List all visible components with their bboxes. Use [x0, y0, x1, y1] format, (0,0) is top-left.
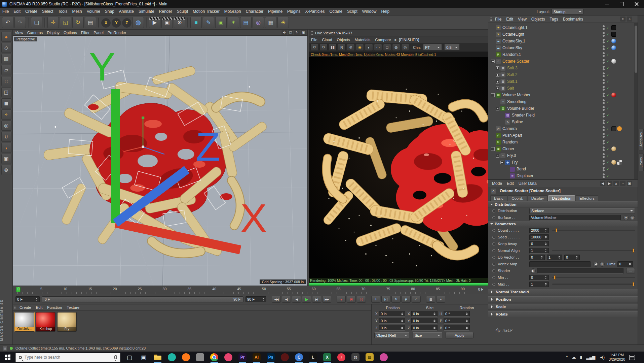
object-manager-icon[interactable]: ○ — [627, 16, 632, 22]
menu-item[interactable]: Plugins — [285, 8, 303, 15]
visibility-dots[interactable] — [602, 160, 605, 165]
taskbar-app-button[interactable]: ▤ — [363, 352, 377, 363]
anim-dot-icon[interactable] — [492, 276, 495, 279]
taskbar-app-button[interactable] — [221, 352, 235, 363]
spinner-icon[interactable] — [401, 311, 404, 316]
taskbar-search[interactable] — [15, 353, 120, 362]
dock-tab[interactable]: Attributes — [639, 129, 644, 150]
menu-item[interactable]: Tools — [55, 8, 70, 15]
object-manager-menu-item[interactable]: View — [516, 15, 529, 23]
viewport-menu-item[interactable]: Panel — [91, 30, 105, 36]
menu-item[interactable]: Create — [23, 8, 40, 15]
toolbar-button[interactable]: ▶ — [149, 17, 160, 28]
render-canvas[interactable] — [309, 57, 488, 278]
material-thumbnail[interactable]: Fry — [57, 312, 77, 332]
distribution-dropdown[interactable]: Surface — [529, 208, 635, 214]
tag-chip[interactable] — [611, 146, 616, 151]
live-viewer-menu-item[interactable]: File — [309, 36, 320, 43]
toolbar-button[interactable]: ✶ — [228, 17, 239, 28]
collapsed-section-header[interactable]: Position — [488, 296, 638, 302]
visibility-dots[interactable] — [602, 173, 605, 178]
timeline-ruler[interactable]: 051015202530354045505560657075808590 0 F — [13, 286, 488, 294]
taskbar-app-button[interactable] — [193, 352, 207, 363]
visibility-dots[interactable] — [602, 59, 605, 64]
live-viewer-tool-button[interactable]: ◉ — [356, 44, 364, 51]
enable-check-icon[interactable] — [606, 113, 610, 117]
toolbar-button[interactable] — [98, 18, 99, 28]
taskbar-app-button[interactable] — [278, 352, 292, 363]
vertex-map-field[interactable] — [529, 261, 591, 267]
collapsed-section-header[interactable]: Scale — [488, 304, 638, 310]
object-row[interactable]: OctaneSky.1 — [488, 38, 638, 44]
frame-range-slider[interactable]: 0 F 90 F — [42, 296, 243, 302]
channel-dropdown[interactable]: PT — [423, 44, 442, 50]
menu-item[interactable]: Animate — [117, 8, 136, 15]
tag-chip[interactable] — [611, 126, 616, 131]
viewport-menu-item[interactable]: View — [13, 30, 25, 36]
spinner-icon[interactable] — [401, 319, 404, 323]
expand-toggle-icon[interactable] — [496, 154, 499, 158]
taskbar-app-button[interactable]: L — [306, 352, 320, 363]
tag-chip[interactable] — [611, 59, 616, 64]
count-field[interactable]: 2000 — [529, 228, 549, 233]
attribute-manager-icon[interactable]: ○ — [620, 181, 626, 186]
transport-button[interactable]: ▶ — [302, 296, 311, 303]
taskbar-app-button[interactable] — [165, 352, 179, 363]
taskbar-app-button[interactable]: Ai — [250, 352, 264, 363]
palette-button[interactable]: ◳ — [1, 87, 11, 97]
search-input[interactable] — [25, 355, 112, 360]
object-row[interactable]: Bend — [488, 166, 638, 172]
spinner-icon[interactable] — [628, 262, 631, 266]
taskbar-app-button[interactable] — [207, 352, 221, 363]
system-tray-icon[interactable]: ^ — [566, 355, 568, 360]
playback-extra-button[interactable]: ▦ — [426, 296, 435, 303]
system-tray-icon[interactable]: ▂▄▆ — [586, 355, 595, 360]
toolbar-button[interactable]: ▤ — [240, 17, 252, 28]
object-row[interactable]: Volume Builder — [488, 105, 638, 112]
tag-chip[interactable] — [617, 126, 622, 131]
taskbar-app-button[interactable]: C — [292, 352, 306, 363]
object-manager-menu-item[interactable]: Tags — [547, 15, 561, 23]
live-viewer-tool-button[interactable]: ◎ — [401, 44, 409, 51]
object-row[interactable]: Displacer — [488, 172, 638, 179]
play-arrow-icon[interactable]: ▶ — [393, 38, 399, 41]
enable-check-icon[interactable] — [606, 73, 610, 77]
transport-button[interactable]: ◀ — [292, 296, 301, 303]
toolbar-button[interactable]: ▣ — [215, 17, 227, 28]
spinner-icon[interactable] — [465, 326, 468, 330]
taskbar-app-button[interactable] — [151, 352, 165, 363]
system-tray-icon[interactable]: ▮ — [580, 355, 582, 360]
spinner-icon[interactable] — [575, 255, 578, 260]
spinner-icon[interactable] — [558, 255, 561, 260]
visibility-dots[interactable] — [602, 52, 605, 57]
taskbar-app-button[interactable]: ◎ — [348, 352, 363, 363]
viewport-menu-item[interactable]: Options — [62, 30, 79, 36]
attribute-manager-icon[interactable]: ▲ — [613, 181, 619, 186]
spinner-icon[interactable] — [465, 319, 468, 323]
object-row[interactable]: Random — [488, 139, 638, 145]
toolbar-button[interactable]: ▦ — [265, 17, 276, 28]
action-center-icon[interactable] — [629, 355, 635, 360]
system-tray-icon[interactable]: ◄) — [599, 355, 605, 360]
vertex-map-picker-icon[interactable]: ◎ — [600, 262, 605, 267]
size-field[interactable]: 0 in — [411, 325, 438, 331]
palette-button[interactable]: ◎ — [1, 121, 11, 131]
min-field[interactable]: 0 — [529, 275, 549, 280]
material-menu-item[interactable]: Create — [17, 304, 34, 310]
object-row[interactable]: Octane Scatter — [488, 58, 638, 65]
material-menu-item[interactable]: Edit — [34, 304, 45, 310]
visibility-dots[interactable] — [602, 45, 605, 50]
maximize-button[interactable] — [614, 0, 629, 8]
anim-dot-icon[interactable] — [492, 269, 495, 272]
tag-chip[interactable] — [611, 93, 616, 97]
up-vector-z-field[interactable]: 0 — [564, 255, 580, 260]
transport-button[interactable]: ◀| — [282, 296, 291, 303]
live-viewer-tool-button[interactable]: ⊛ — [347, 44, 355, 51]
toolbar-button[interactable]: ◍ — [132, 17, 144, 28]
toolbar-button[interactable]: ↶ — [2, 17, 13, 28]
spinner-icon[interactable] — [433, 319, 436, 323]
tag-chip[interactable] — [617, 160, 622, 165]
taskbar-app-button[interactable]: X — [320, 352, 334, 363]
rotation-field[interactable]: 0 ° — [444, 325, 470, 331]
toolbar-button[interactable]: ▤ — [85, 17, 96, 28]
